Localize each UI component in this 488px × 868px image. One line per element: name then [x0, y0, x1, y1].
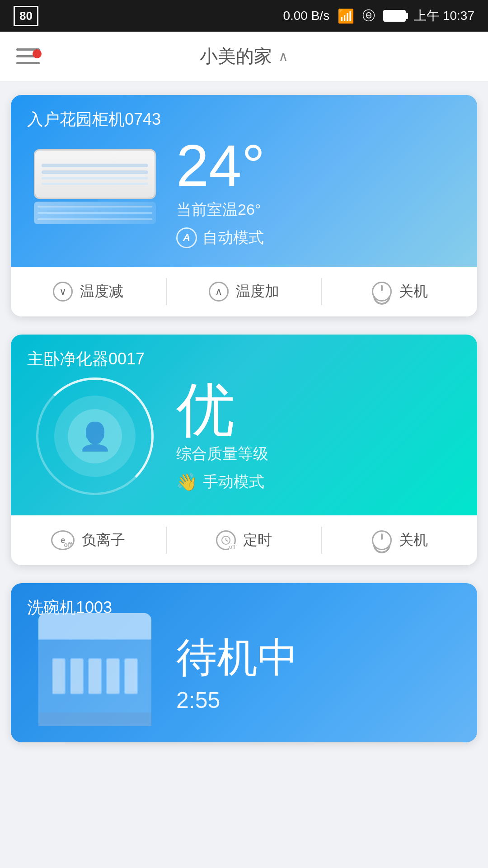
- top-navigation: 小美的家 ∧: [0, 32, 488, 81]
- ac-unit-image: [34, 149, 156, 235]
- ac-bottom-panel: [34, 202, 156, 224]
- ac-power-label: 关机: [399, 282, 428, 302]
- clock-icon: off: [216, 530, 236, 550]
- chevron-up-icon: ∧: [209, 282, 229, 302]
- ac-temperature: 24°: [176, 136, 265, 195]
- ac-increase-label: 温度加: [236, 282, 279, 302]
- dw-item-5: [124, 658, 138, 694]
- purifier-quality-label: 综合质量等级: [176, 443, 268, 464]
- home-name: 小美的家: [200, 44, 272, 69]
- ac-decrease-button[interactable]: ∨ 温度减: [11, 267, 166, 316]
- power-icon: [372, 282, 392, 302]
- dishwasher-image: [38, 613, 151, 726]
- purifier-mode-label: 手动模式: [203, 472, 264, 492]
- chevron-down-icon: ∧: [278, 48, 288, 64]
- ac-visual: [27, 134, 163, 250]
- dishwasher-card-main: 洗碗机1003 待机中 2:55: [11, 583, 477, 742]
- home-title[interactable]: 小美的家 ∧: [200, 44, 288, 69]
- dw-item-2: [70, 658, 84, 694]
- dw-item-1: [52, 658, 66, 694]
- ac-card-main: 入户花园柜机0743: [11, 95, 477, 267]
- ac-info: 24° 当前室温26° A 自动模式: [163, 134, 461, 250]
- ac-decrease-label: 温度减: [80, 282, 123, 302]
- purifier-info: 优 综合质量等级 👋 手动模式: [163, 373, 461, 499]
- chevron-down-icon: ∨: [53, 282, 73, 302]
- signal-strength: 80: [14, 6, 38, 26]
- ac-vent-1: [38, 206, 152, 208]
- clock: 上午 10:37: [414, 7, 474, 24]
- ac-device-id: 入户花园柜机0743: [27, 108, 161, 131]
- purifier-arc: [36, 377, 154, 495]
- dw-bottom-panel: [38, 712, 151, 726]
- timer-button[interactable]: off 定时: [167, 515, 322, 565]
- timer-label: 定时: [243, 530, 272, 550]
- ac-strip-2: [42, 170, 148, 174]
- ac-vent-3: [38, 218, 152, 220]
- menu-line-3: [16, 62, 40, 64]
- dishwasher-status: 待机中: [176, 635, 298, 680]
- dw-rack: [38, 640, 151, 712]
- main-content: 入户花园柜机0743: [0, 81, 488, 756]
- ac-mode: A 自动模式: [176, 227, 264, 248]
- purifier-power-label: 关机: [399, 530, 428, 550]
- ac-room-temperature: 当前室温26°: [176, 199, 261, 220]
- air-conditioner-card[interactable]: 入户花园柜机0743: [11, 95, 477, 316]
- air-purifier-card[interactable]: 主卧净化器0017 👤 优 综合质量等级 👋 手动模式: [11, 335, 477, 565]
- ac-increase-button[interactable]: ∧ 温度加: [167, 267, 322, 316]
- dishwasher-card[interactable]: 洗碗机1003 待机中 2:55: [11, 583, 477, 742]
- status-bar: 80 0.00 B/s 📶 ⓔ 上午 10:37: [0, 0, 488, 32]
- purifier-power-icon: [372, 530, 392, 550]
- network-speed: 0.00 B/s: [283, 9, 329, 23]
- svg-line-2: [226, 540, 228, 541]
- ac-vents: [34, 202, 156, 224]
- neg-ion-off-label: off: [64, 541, 72, 548]
- ac-strip-3: [42, 177, 148, 179]
- ac-top-panel: [34, 149, 156, 199]
- menu-button[interactable]: [16, 48, 40, 64]
- purifier-card-main: 主卧净化器0017 👤 优 综合质量等级 👋 手动模式: [11, 335, 477, 515]
- wifi-icon: 📶: [338, 8, 354, 24]
- status-right: 0.00 B/s 📶 ⓔ 上午 10:37: [283, 7, 474, 24]
- dishwasher-visual: [27, 613, 163, 726]
- ac-strip-1: [42, 164, 148, 167]
- hand-icon: 👋: [176, 472, 197, 492]
- battery-icon: [383, 10, 406, 22]
- neg-ion-icon: e off: [51, 530, 75, 550]
- ac-power-button[interactable]: 关机: [322, 267, 477, 316]
- menu-notification-dot: [33, 49, 42, 58]
- dishwasher-time: 2:55: [176, 687, 220, 713]
- purifier-visual: 👤: [27, 373, 163, 499]
- timer-off-label: off: [229, 544, 235, 550]
- neg-ion-label: 负离子: [82, 530, 125, 550]
- dw-item-4: [106, 658, 120, 694]
- purifier-controls: e off 负离子 off 定时: [11, 515, 477, 565]
- ac-strip-4: [42, 183, 148, 185]
- purifier-power-button[interactable]: 关机: [322, 515, 477, 565]
- ac-vent-2: [38, 212, 152, 214]
- purifier-quality: 优: [176, 380, 235, 439]
- purifier-circle: 👤: [36, 377, 154, 495]
- dishwasher-info: 待机中 2:55: [163, 622, 461, 726]
- dw-top-panel: [38, 613, 151, 640]
- ac-mode-icon: A: [176, 227, 197, 248]
- ac-controls: ∨ 温度减 ∧ 温度加 关机: [11, 267, 477, 316]
- purifier-device-id: 主卧净化器0017: [27, 348, 145, 370]
- unknown-icon: ⓔ: [362, 7, 375, 24]
- dw-item-3: [88, 658, 102, 694]
- ac-mode-label: 自动模式: [202, 227, 264, 248]
- purifier-mode: 👋 手动模式: [176, 472, 264, 492]
- neg-ion-button[interactable]: e off 负离子: [11, 515, 166, 565]
